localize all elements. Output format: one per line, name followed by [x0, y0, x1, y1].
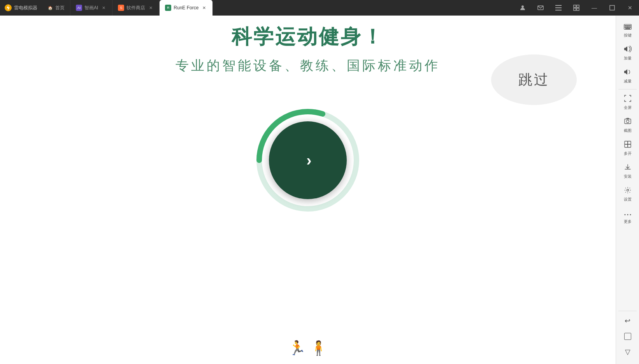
svg-rect-17: [629, 25, 630, 26]
figure-1: 🏃: [288, 340, 306, 356]
user-button[interactable]: [514, 0, 532, 16]
svg-rect-28: [625, 144, 628, 147]
sidebar-bottom: ↩ ▽: [616, 309, 639, 360]
home-tab-label: 首页: [55, 5, 65, 11]
titlebar: 雷电模拟器 🏠 首页 AI 智画AI ✕ S 软件商店 ✕ R RunE For…: [0, 0, 639, 16]
svg-rect-8: [574, 8, 576, 10]
svg-rect-27: [628, 141, 631, 144]
volume-up-label: 加量: [624, 56, 632, 61]
install-icon: [624, 164, 631, 173]
svg-rect-22: [625, 28, 630, 29]
app-logo-icon: [5, 4, 12, 11]
volume-up-icon: [624, 46, 632, 54]
svg-point-30: [627, 189, 628, 191]
recent-icon: ▽: [625, 348, 630, 356]
svg-rect-10: [610, 5, 614, 10]
ai-tab-icon: AI: [76, 5, 82, 11]
svg-rect-20: [626, 27, 629, 28]
main-title: 科学运动健身！: [0, 23, 616, 51]
sidebar-item-screenshot[interactable]: 截图: [616, 114, 639, 137]
app-logo[interactable]: 雷电模拟器: [0, 0, 42, 16]
minimize-button[interactable]: —: [585, 0, 603, 16]
bottom-figures: 🏃 🧍: [288, 340, 327, 356]
close-button[interactable]: ✕: [621, 0, 639, 16]
more-icon: [624, 210, 631, 218]
svg-rect-16: [627, 25, 628, 26]
store-tab-close[interactable]: ✕: [147, 5, 154, 11]
next-button[interactable]: ›: [269, 121, 347, 199]
tab-rune[interactable]: R RunE Force ✕: [160, 0, 213, 16]
svg-rect-6: [574, 5, 576, 7]
rune-tab-close[interactable]: ✕: [201, 5, 207, 11]
app-content: 科学运动健身！ 专业的智能设备、教练、国际标准动作 跳过 ›: [0, 16, 616, 364]
back-icon: ↩: [625, 317, 630, 325]
screenshot-icon: [624, 118, 631, 127]
sidebar-divider-1: [618, 89, 637, 89]
sidebar-item-volume-up[interactable]: 加量: [616, 42, 639, 65]
skip-button-label: 跳过: [518, 70, 549, 89]
titlebar-left: 雷电模拟器 🏠 首页 AI 智画AI ✕ S 软件商店 ✕ R RunE For…: [0, 0, 213, 16]
volume-down-label: 减量: [624, 79, 632, 84]
tab-home[interactable]: 🏠 首页: [42, 0, 70, 16]
svg-rect-4: [555, 7, 562, 8]
svg-point-1: [521, 5, 524, 8]
svg-marker-0: [7, 5, 10, 10]
titlebar-controls: — ✕: [514, 0, 639, 16]
rune-tab-label: RunE Force: [174, 5, 198, 10]
ai-tab-close[interactable]: ✕: [100, 5, 107, 11]
sidebar-item-fullscreen[interactable]: 全屏: [616, 91, 639, 114]
mail-button[interactable]: [532, 0, 549, 16]
rune-tab-icon: R: [165, 5, 171, 11]
sidebar-home-button[interactable]: [616, 329, 639, 344]
svg-point-33: [630, 214, 631, 215]
svg-rect-9: [577, 8, 579, 10]
svg-rect-26: [625, 141, 628, 144]
svg-rect-29: [628, 144, 631, 147]
svg-rect-18: [630, 25, 630, 26]
svg-rect-14: [625, 25, 625, 26]
figure-2: 🧍: [310, 340, 327, 356]
svg-rect-3: [555, 5, 562, 6]
sidebar-item-more[interactable]: 更多: [616, 206, 639, 228]
app-name-label: 雷电模拟器: [14, 5, 37, 11]
maximize-button[interactable]: [603, 0, 621, 16]
svg-rect-15: [626, 25, 627, 26]
svg-point-32: [627, 214, 628, 215]
tab-ai[interactable]: AI 智画AI ✕: [70, 0, 112, 16]
svg-rect-7: [577, 5, 579, 7]
sidebar-item-volume-down[interactable]: 减量: [616, 65, 639, 88]
svg-rect-23: [625, 119, 631, 124]
home-icon: [624, 333, 631, 340]
main-wrapper: 科学运动健身！ 专业的智能设备、教练、国际标准动作 跳过 ›: [0, 16, 639, 364]
grid-button[interactable]: [567, 0, 585, 16]
install-label: 安装: [624, 174, 632, 179]
screenshot-label: 截图: [624, 128, 632, 133]
settings-icon: [624, 187, 631, 196]
svg-rect-5: [555, 10, 562, 10]
ai-tab-label: 智画AI: [84, 5, 98, 11]
svg-rect-25: [627, 118, 629, 119]
store-tab-icon: S: [118, 5, 124, 11]
sidebar-item-install[interactable]: 安装: [616, 160, 639, 183]
sidebar-recent-button[interactable]: ▽: [616, 344, 639, 360]
multi-label: 多开: [624, 151, 632, 156]
progress-ring-container: ›: [253, 106, 362, 215]
sidebar-divider-bottom: [618, 311, 637, 311]
fullscreen-label: 全屏: [624, 105, 632, 110]
svg-point-31: [624, 214, 625, 215]
menu-button[interactable]: [549, 0, 567, 16]
store-tab-label: 软件商店: [126, 5, 145, 11]
sidebar-back-button[interactable]: ↩: [616, 313, 639, 329]
sidebar-item-settings[interactable]: 设置: [616, 183, 639, 206]
chevron-right-icon: ›: [306, 152, 311, 168]
tab-store[interactable]: S 软件商店 ✕: [112, 0, 160, 16]
right-sidebar: 按键 加量 减量 全屏 截图: [616, 16, 639, 364]
progress-circle-area: ›: [253, 106, 362, 215]
sidebar-item-keyboard[interactable]: 按键: [616, 19, 639, 42]
keyboard-label: 按键: [624, 33, 632, 38]
volume-down-icon: [624, 68, 632, 77]
svg-rect-21: [629, 27, 630, 28]
fullscreen-icon: [624, 95, 631, 104]
sidebar-item-multi[interactable]: 多开: [616, 137, 639, 160]
skip-button[interactable]: 跳过: [491, 54, 577, 105]
